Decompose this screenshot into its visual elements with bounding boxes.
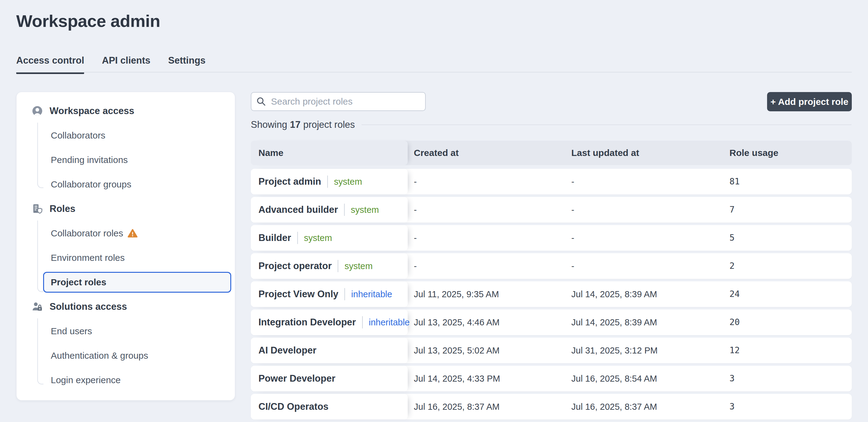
role-tag: system — [334, 177, 362, 187]
last-updated-cell: Jul 16, 2025, 8:54 AM — [571, 366, 657, 391]
table-header: Name Created at Last updated at Role usa… — [251, 141, 852, 165]
role-usage-cell: 20 — [730, 310, 740, 335]
tag-divider — [338, 260, 338, 272]
tab-access-control[interactable]: Access control — [16, 55, 84, 74]
role-name: CI/CD Operatos — [258, 401, 329, 412]
table-row[interactable]: Project admin system - - 81 — [251, 169, 852, 194]
role-tag: inheritable — [369, 317, 410, 327]
sidebar-section-workspace-access: Workspace access — [17, 99, 235, 123]
add-project-role-button[interactable]: + Add project role — [767, 92, 852, 111]
role-name: AI Developer — [258, 345, 316, 356]
summary-count: 17 — [290, 119, 300, 130]
table-row[interactable]: Power Developer Jul 14, 2025, 4:33 PM Ju… — [251, 366, 852, 391]
tag-divider — [327, 175, 328, 188]
role-name-cell: Integration Developer inheritable — [251, 310, 408, 335]
table-body: Project admin system - - 81 Advanced bui… — [251, 169, 852, 422]
tag-divider — [297, 232, 298, 244]
sidebar-item-environment-roles[interactable]: Environment roles — [17, 246, 235, 270]
sidebar-section-roles: Roles — [17, 197, 235, 221]
role-usage-cell: 3 — [730, 366, 735, 391]
sidebar-item-pending-invitations[interactable]: Pending invitations — [17, 148, 235, 172]
search-box — [251, 92, 426, 111]
table-row[interactable]: Integration Developer inheritable Jul 13… — [251, 310, 852, 335]
tabs-divider — [16, 72, 852, 72]
tab-bar: Access control API clients Settings — [16, 55, 206, 74]
role-usage-cell: 12 — [730, 337, 740, 363]
column-header-name: Name — [258, 141, 283, 165]
search-icon — [256, 97, 266, 106]
sidebar-item-label: Collaborator groups — [51, 179, 131, 190]
role-tag: system — [304, 233, 332, 243]
table-row[interactable]: Advanced builder system - - 7 — [251, 197, 852, 223]
table-row[interactable]: CI/CD Operatos Jul 16, 2025, 8:37 AM Jul… — [251, 394, 852, 420]
created-at-cell: - — [414, 253, 417, 279]
sidebar-item-label: Collaborator roles — [51, 228, 123, 238]
sidebar-item-label: Collaborators — [51, 130, 105, 141]
search-input[interactable] — [270, 96, 420, 107]
sidebar-section-label: Workspace access — [50, 105, 134, 117]
table-row[interactable]: Builder system - - 5 — [251, 225, 852, 251]
last-updated-cell: Jul 16, 2025, 8:37 AM — [571, 394, 657, 420]
role-name: Power Developer — [258, 373, 336, 384]
table-row[interactable]: AI Developer Jul 13, 2025, 5:02 AM Jul 3… — [251, 337, 852, 363]
role-name: Integration Developer — [258, 317, 356, 328]
last-updated-cell: Jul 31, 2025, 3:12 PM — [571, 337, 658, 363]
role-name-cell: Project View Only inheritable — [251, 281, 408, 307]
role-usage-cell: 81 — [730, 169, 740, 194]
tag-divider — [344, 288, 345, 300]
table-row[interactable]: Project View Only inheritable Jul 11, 20… — [251, 281, 852, 307]
sidebar-item-end-users[interactable]: End users — [17, 319, 235, 344]
column-header-last-updated-at: Last updated at — [571, 141, 639, 165]
sidebar-item-label: Pending invitations — [51, 155, 128, 165]
results-summary: Showing 17 project roles — [251, 119, 851, 130]
sidebar-item-label: Login experience — [51, 375, 121, 385]
created-at-cell: - — [414, 197, 417, 223]
column-header-role-usage: Role usage — [730, 141, 778, 165]
created-at-cell: Jul 13, 2025, 5:02 AM — [414, 337, 500, 363]
role-name-cell: Advanced builder system — [251, 197, 408, 223]
last-updated-cell: - — [571, 169, 575, 194]
sidebar-item-label: Project roles — [51, 277, 106, 287]
role-name-cell: Builder system — [251, 225, 408, 251]
role-usage-cell: 2 — [730, 253, 735, 279]
sidebar-item-collaborator-roles[interactable]: Collaborator roles — [17, 221, 235, 246]
role-tag: system — [344, 261, 373, 271]
last-updated-cell: - — [571, 197, 575, 223]
role-tag: system — [351, 205, 379, 215]
role-name-cell: CI/CD Operatos — [251, 394, 408, 420]
role-name-cell: Project operator system — [251, 253, 408, 279]
sidebar-item-collaborator-groups[interactable]: Collaborator groups — [17, 172, 235, 197]
role-usage-cell: 3 — [730, 394, 735, 420]
sidebar-item-collaborators[interactable]: Collaborators — [17, 123, 235, 148]
roles-shield-icon — [32, 203, 43, 214]
created-at-cell: Jul 14, 2025, 4:33 PM — [414, 366, 500, 391]
role-name-cell: Project admin system — [251, 169, 408, 194]
tag-divider — [362, 316, 363, 328]
role-name-cell: AI Developer — [251, 337, 408, 363]
sidebar-item-project-roles[interactable]: Project roles — [43, 272, 231, 293]
sidebar: Workspace access Collaborators Pending i… — [16, 92, 235, 400]
role-name: Advanced builder — [258, 204, 338, 215]
tab-api-clients[interactable]: API clients — [102, 55, 151, 74]
last-updated-cell: - — [571, 225, 575, 251]
role-name: Project View Only — [258, 289, 338, 300]
role-usage-cell: 5 — [730, 225, 735, 251]
sidebar-item-login-experience[interactable]: Login experience — [17, 368, 235, 392]
page-title: Workspace admin — [16, 11, 160, 31]
sidebar-section-label: Solutions access — [50, 301, 127, 312]
column-header-created-at: Created at — [414, 141, 459, 165]
sidebar-item-label: Authentication & groups — [51, 351, 148, 361]
summary-prefix: Showing — [251, 119, 287, 130]
role-tag: inheritable — [351, 289, 392, 299]
tab-settings[interactable]: Settings — [168, 55, 206, 74]
tag-divider — [344, 204, 345, 216]
created-at-cell: - — [414, 169, 417, 194]
role-usage-cell: 24 — [730, 281, 740, 307]
created-at-cell: Jul 11, 2025, 9:35 AM — [414, 281, 499, 307]
sidebar-item-authentication-groups[interactable]: Authentication & groups — [17, 344, 235, 368]
summary-divider — [362, 125, 851, 125]
created-at-cell: Jul 16, 2025, 8:37 AM — [414, 394, 500, 420]
table-row[interactable]: Project operator system - - 2 — [251, 253, 852, 279]
user-icon — [32, 105, 43, 117]
role-usage-cell: 7 — [730, 197, 735, 223]
